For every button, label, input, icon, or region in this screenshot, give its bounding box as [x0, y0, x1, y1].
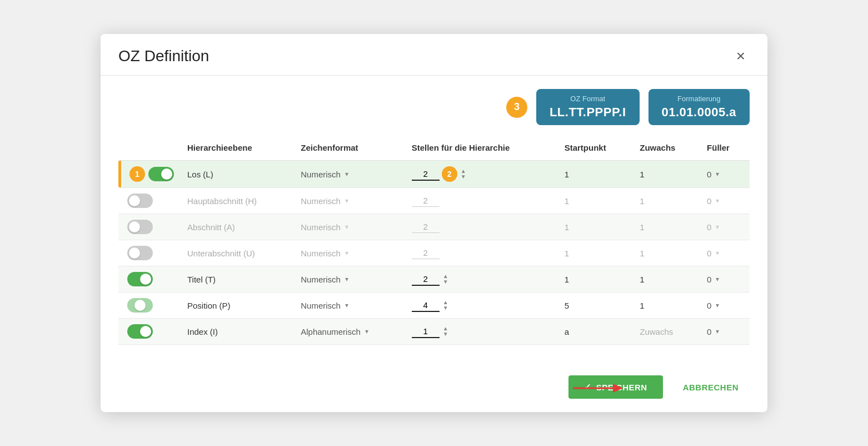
stellen-input[interactable]	[412, 168, 440, 181]
startpunkt-cell: 5	[558, 293, 633, 319]
stellen-cell[interactable]	[405, 240, 558, 266]
toggle-switch[interactable]	[148, 167, 174, 181]
hierarchy-level-name: Abschnitt (A)	[181, 214, 294, 240]
fueller-cell[interactable]: 0▾	[700, 214, 750, 240]
table-row: Hauptabschnitt (H)Numerisch▾110▾	[118, 188, 750, 214]
stellen-input[interactable]	[412, 195, 440, 207]
zeichenformat-cell[interactable]: Numerisch▾	[294, 240, 405, 266]
fueller-cell[interactable]: 0▾	[700, 161, 750, 188]
hierarchy-level-name: Position (P)	[181, 293, 294, 319]
oz-definition-dialog: OZ Definition × 3 OZ Format LL.TT.PPPP.I…	[101, 34, 767, 412]
col-stellen: Stellen für die Hierarchie	[405, 138, 558, 161]
table-container: Hierarchieebene Zeichenformat Stellen fü…	[118, 138, 750, 364]
stellen-down-button[interactable]: ▼	[442, 279, 450, 285]
toggle-cell	[118, 266, 181, 293]
hierarchy-level-name: Titel (T)	[181, 266, 294, 293]
toggle-switch[interactable]	[127, 220, 153, 234]
dialog-footer: ✓ SPEICHERN ABBRECHEN	[101, 364, 767, 412]
fueller-cell[interactable]: 0▾	[700, 293, 750, 319]
definition-table: Hierarchieebene Zeichenformat Stellen fü…	[118, 138, 750, 345]
fueller-cell[interactable]: 0▾	[700, 266, 750, 293]
toggle-cell: 1	[118, 161, 181, 188]
table-row: Titel (T)Numerisch▾▲▼110▾	[118, 266, 750, 293]
stellen-down-button[interactable]: ▼	[442, 305, 450, 311]
stellen-input[interactable]	[412, 221, 440, 233]
oz-format-value: LL.TT.PPPP.I	[550, 105, 626, 120]
startpunkt-cell: 1	[558, 266, 633, 293]
startpunkt-cell: 1	[558, 161, 633, 188]
table-row: Abschnitt (A)Numerisch▾110▾	[118, 214, 750, 240]
badge-3: 3	[506, 97, 527, 118]
toggle-switch[interactable]	[127, 272, 153, 286]
arrow-indicator	[573, 380, 623, 396]
fueller-cell[interactable]: 0▾	[700, 240, 750, 266]
toggle-cell	[118, 240, 181, 266]
toggle-switch[interactable]	[127, 298, 153, 313]
startpunkt-cell: 1	[558, 214, 633, 240]
toggle-cell	[118, 293, 181, 319]
dialog-header: OZ Definition ×	[101, 34, 767, 76]
stellen-down-button[interactable]: ▼	[442, 331, 450, 337]
dialog-body: 3 OZ Format LL.TT.PPPP.I Formatierung 01…	[101, 76, 767, 364]
table-row: Position (P)Numerisch▾▲▼510▾	[118, 293, 750, 319]
close-button[interactable]: ×	[732, 46, 750, 66]
stellen-cell[interactable]: ▲▼	[405, 266, 558, 293]
startpunkt-cell: a	[558, 319, 633, 345]
col-startpunkt: Startpunkt	[558, 138, 633, 161]
col-toggle	[118, 138, 181, 161]
zeichenformat-cell[interactable]: Numerisch▾	[294, 214, 405, 240]
fueller-cell[interactable]: 0▾	[700, 188, 750, 214]
oz-format-label: OZ Format	[550, 95, 626, 103]
red-arrow-icon	[573, 380, 623, 396]
stellen-cell[interactable]	[405, 214, 558, 240]
stellen-cell[interactable]	[405, 188, 558, 214]
toggle-switch[interactable]	[127, 324, 153, 339]
zeichenformat-cell[interactable]: Numerisch▾	[294, 188, 405, 214]
stellen-input[interactable]	[412, 247, 440, 259]
startpunkt-cell: 1	[558, 240, 633, 266]
toggle-cell	[118, 188, 181, 214]
col-hierarchieebene: Hierarchieebene	[181, 138, 294, 161]
oz-format-card: OZ Format LL.TT.PPPP.I	[536, 89, 640, 125]
zeichenformat-cell[interactable]: Numerisch▾	[294, 293, 405, 319]
zuwachs-cell: 1	[633, 240, 700, 266]
top-section: 3 OZ Format LL.TT.PPPP.I Formatierung 01…	[118, 89, 750, 125]
toggle-switch[interactable]	[127, 194, 153, 208]
stellen-cell[interactable]: ▲▼	[405, 319, 558, 345]
toggle-cell	[118, 319, 181, 345]
col-zeichenformat: Zeichenformat	[294, 138, 405, 161]
hierarchy-level-name: Index (I)	[181, 319, 294, 345]
stellen-down-button[interactable]: ▼	[460, 174, 467, 180]
hierarchy-level-name: Unterabschnitt (U)	[181, 240, 294, 266]
hierarchy-level-name: Los (L)	[181, 161, 294, 188]
startpunkt-cell: 1	[558, 188, 633, 214]
zuwachs-cell: 1	[633, 214, 700, 240]
zuwachs-cell: Zuwachs	[633, 319, 700, 345]
stellen-input[interactable]	[412, 273, 440, 286]
stellen-input[interactable]	[412, 325, 440, 338]
formatierung-card: Formatierung 01.01.0005.a	[648, 89, 750, 125]
cancel-button[interactable]: ABBRECHEN	[672, 376, 750, 399]
toggle-switch[interactable]	[127, 246, 153, 260]
dialog-title: OZ Definition	[118, 47, 209, 65]
hierarchy-level-name: Hauptabschnitt (H)	[181, 188, 294, 214]
svg-marker-1	[613, 384, 623, 393]
stellen-cell[interactable]: 2▲▼	[405, 161, 558, 188]
zeichenformat-cell[interactable]: Numerisch▾	[294, 161, 405, 188]
zuwachs-cell: 1	[633, 293, 700, 319]
toggle-cell	[118, 214, 181, 240]
zuwachs-cell: 1	[633, 266, 700, 293]
stellen-cell[interactable]: ▲▼	[405, 293, 558, 319]
table-row: Unterabschnitt (U)Numerisch▾110▾	[118, 240, 750, 266]
stellen-input[interactable]	[412, 299, 440, 312]
formatierung-label: Formatierung	[662, 95, 736, 103]
zuwachs-cell: 1	[633, 161, 700, 188]
zeichenformat-cell[interactable]: Numerisch▾	[294, 266, 405, 293]
formatierung-value: 01.01.0005.a	[662, 105, 736, 120]
table-row: Index (I)Alphanumerisch▾▲▼aZuwachs0▾	[118, 319, 750, 345]
zuwachs-cell: 1	[633, 188, 700, 214]
fueller-cell[interactable]: 0▾	[700, 319, 750, 345]
zeichenformat-cell[interactable]: Alphanumerisch▾	[294, 319, 405, 345]
table-row: 1Los (L)Numerisch▾2▲▼110▾	[118, 161, 750, 188]
col-fueller: Füller	[700, 138, 750, 161]
